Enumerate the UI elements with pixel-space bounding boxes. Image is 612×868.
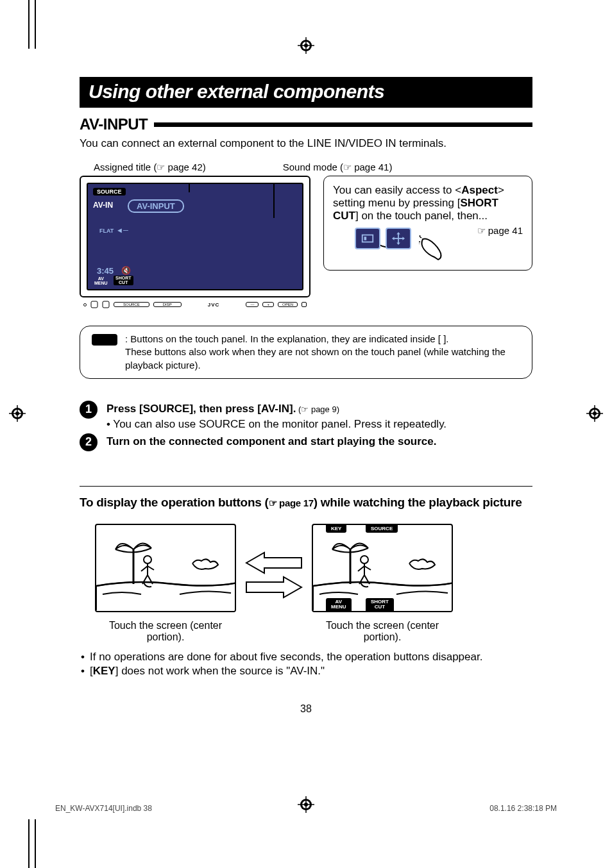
svg-rect-23 bbox=[362, 235, 373, 242]
device-screen: SOURCE AV-IN AV-INPUT FLAT ◄─ 3:45 🔇 AVM… bbox=[87, 183, 303, 290]
panel-minus-button: — bbox=[246, 302, 259, 307]
bullet-1: If no operations are done for about five… bbox=[80, 651, 532, 664]
svg-marker-27 bbox=[396, 232, 400, 235]
aspect-shortcut-note: You can easily access to <Aspect> settin… bbox=[323, 176, 532, 271]
beach-scene-icon bbox=[96, 525, 236, 612]
callout-sound-mode: Sound mode (☞ page 41) bbox=[283, 162, 393, 173]
svg-rect-21 bbox=[103, 301, 109, 308]
svg-marker-34 bbox=[246, 577, 302, 597]
callout-line bbox=[273, 183, 275, 218]
step-1-sub: • You can also use SOURCE on the monitor… bbox=[106, 418, 532, 431]
bullet-2: [KEY] does not work when the source is "… bbox=[80, 665, 532, 678]
panel-open-button: OPEN bbox=[278, 302, 298, 307]
aspect-expand-icon bbox=[386, 228, 411, 249]
touch-panel-note: : Buttons on the touch panel. In the exp… bbox=[80, 326, 532, 379]
step-2-text: Turn on the connected component and star… bbox=[106, 433, 532, 448]
step-number-2: 2 bbox=[80, 433, 98, 451]
crop-mark bbox=[35, 0, 36, 49]
playback-screen-before bbox=[95, 524, 236, 612]
illustration-caption-2: Touch the screen (center portion). bbox=[312, 620, 453, 643]
page-number: 38 bbox=[80, 703, 532, 715]
page-title: Using other external components bbox=[80, 77, 532, 108]
svg-rect-20 bbox=[91, 301, 98, 308]
bidirectional-arrow-icon bbox=[245, 551, 303, 599]
device-illustration: SOURCE AV-IN AV-INPUT FLAT ◄─ 3:45 🔇 AVM… bbox=[80, 176, 310, 310]
step-number-1: 1 bbox=[80, 401, 98, 419]
power-led-icon bbox=[83, 303, 87, 306]
illustration-caption-1: Touch the screen (center portion). bbox=[95, 620, 236, 643]
panel-disp-button: DISP bbox=[153, 302, 182, 307]
note-tag-icon bbox=[92, 334, 117, 346]
section-heading: AV-INPUT bbox=[80, 115, 154, 133]
page-reference: ☞ page 41 bbox=[477, 225, 523, 237]
divider bbox=[154, 122, 532, 127]
clock-label: 3:45 bbox=[97, 266, 114, 276]
avinput-title-box: AV-INPUT bbox=[128, 199, 184, 213]
divider bbox=[80, 486, 532, 487]
overlay-avmenu-button: AVMENU bbox=[326, 598, 352, 611]
avmenu-button: AVMENU bbox=[94, 277, 108, 285]
brand-label: JVC bbox=[208, 302, 220, 308]
subheading: To display the operation buttons (☞ page… bbox=[80, 496, 532, 510]
flat-label: FLAT bbox=[99, 228, 114, 234]
intro-text: You can connect an external component to… bbox=[80, 137, 532, 150]
playback-screen-after: KEY SOURCE AVMENU SHORTCUT bbox=[312, 524, 453, 612]
note-line-2: These buttons also work when they are no… bbox=[125, 346, 520, 372]
footer-timestamp: 08.1.16 2:38:18 PM bbox=[489, 804, 557, 813]
footer-filename: EN_KW-AVX714[UI].indb 38 bbox=[55, 804, 152, 813]
svg-marker-29 bbox=[392, 237, 395, 240]
callout-assigned-title: Assigned title (☞ page 42) bbox=[94, 162, 206, 173]
panel-plus-button: + bbox=[262, 302, 274, 307]
svg-marker-30 bbox=[402, 237, 405, 240]
svg-rect-24 bbox=[364, 237, 367, 240]
shortcut-button: SHORTCUT bbox=[114, 276, 133, 285]
svg-point-32 bbox=[144, 556, 151, 563]
panel-source-button: SOURCE bbox=[114, 302, 149, 307]
svg-marker-28 bbox=[396, 242, 400, 245]
mute-icon: 🔇 bbox=[121, 266, 131, 275]
callout-line bbox=[189, 183, 190, 192]
registration-mark-icon bbox=[298, 37, 314, 54]
svg-point-36 bbox=[361, 556, 368, 563]
note-line-1: : Buttons on the touch panel. In the exp… bbox=[125, 333, 520, 346]
touch-finger-icon bbox=[419, 235, 446, 262]
crop-mark bbox=[28, 819, 30, 868]
overlay-shortcut-button: SHORTCUT bbox=[366, 598, 394, 611]
home-icon bbox=[90, 301, 98, 308]
arrow-left-icon: ◄─ bbox=[116, 226, 128, 234]
step-1-text: Press [SOURCE], then press [AV-IN]. (☞ p… bbox=[106, 401, 532, 431]
panel-slot-icon bbox=[302, 302, 307, 307]
overlay-source-button: SOURCE bbox=[366, 525, 398, 533]
home-icon bbox=[102, 301, 110, 308]
registration-mark-icon bbox=[586, 405, 603, 422]
aspect-screen-icon bbox=[355, 228, 380, 249]
crop-mark bbox=[28, 0, 30, 49]
avin-label: AV-IN bbox=[93, 201, 113, 210]
registration-mark-icon bbox=[9, 405, 26, 422]
monitor-panel: SOURCE DISP JVC — + OPEN bbox=[80, 299, 310, 310]
overlay-key-button: KEY bbox=[326, 525, 346, 533]
source-button: SOURCE bbox=[93, 188, 126, 196]
crop-mark bbox=[35, 819, 36, 868]
svg-marker-33 bbox=[246, 553, 302, 573]
